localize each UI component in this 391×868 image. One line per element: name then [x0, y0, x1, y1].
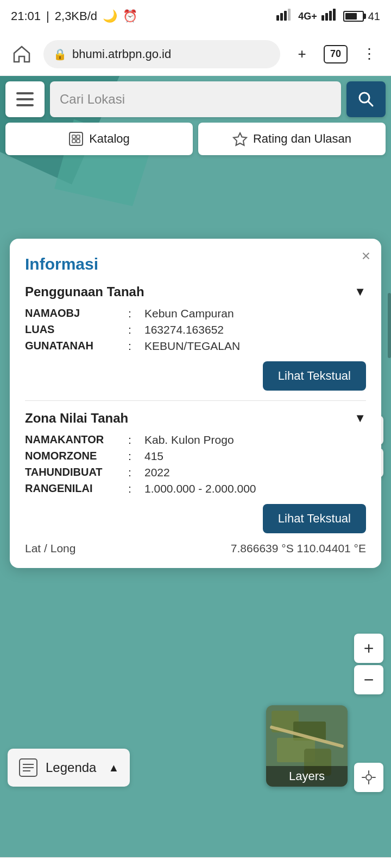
- gunatanah-row: GUNATANAH : KEBUN/TEGALAN: [25, 340, 366, 353]
- status-bar: 21:01 | 2,3KB/d 🌙 ⏰ 4G+ 41: [0, 0, 391, 33]
- chevron-down-icon-1: ▼: [354, 285, 366, 299]
- zona-nilai-tanah-header[interactable]: Zona Nilai Tanah ▼: [25, 411, 366, 426]
- section1-title: Penggunaan Tanah: [25, 284, 144, 299]
- close-button[interactable]: ×: [362, 247, 370, 265]
- svg-rect-16: [77, 135, 80, 138]
- svg-rect-8: [16, 92, 34, 94]
- rangenilai-colon: :: [128, 482, 144, 495]
- gunatanah-key: GUNATANAH: [25, 340, 128, 353]
- home-nav-button[interactable]: [174, 863, 217, 869]
- nomorzone-val: 415: [144, 450, 366, 463]
- tab-count: 70: [330, 48, 341, 60]
- chevron-down-icon-2: ▼: [354, 411, 366, 425]
- lock-icon: 🔒: [53, 48, 67, 61]
- recent-apps-button[interactable]: [304, 863, 348, 869]
- svg-rect-13: [70, 132, 83, 145]
- home-button[interactable]: [9, 41, 35, 67]
- lihat-tekstual-button-1[interactable]: Lihat Tekstual: [263, 361, 366, 391]
- luas-key: LUAS: [25, 323, 128, 336]
- svg-rect-0: [276, 15, 279, 21]
- rating-label: Rating dan Ulasan: [253, 132, 351, 146]
- signal2-icon: [321, 9, 339, 24]
- tahundibuat-colon: :: [128, 466, 144, 479]
- url-text: bhumi.atrbpn.go.id: [72, 47, 171, 61]
- namakantor-key: NAMAKANTOR: [25, 433, 128, 446]
- data-speed: |: [46, 9, 49, 23]
- gunatanah-val: KEBUN/TEGALAN: [144, 340, 366, 353]
- search-input-wrapper[interactable]: Cari Lokasi: [50, 81, 341, 117]
- battery-fill: [345, 13, 357, 20]
- map-container[interactable]: Cari Lokasi Katalog Rating dan Ula: [0, 76, 391, 857]
- svg-rect-6: [329, 11, 332, 21]
- more-options-button[interactable]: ⋮: [356, 41, 382, 67]
- nav-bar: [0, 857, 391, 868]
- svg-point-24: [366, 775, 371, 780]
- scroll-hint: [388, 293, 391, 358]
- alarm-icon: ⏰: [123, 9, 137, 23]
- svg-rect-1: [280, 13, 283, 21]
- rangenilai-key: RANGENILAI: [25, 482, 128, 495]
- svg-rect-14: [72, 135, 75, 138]
- more-icon: ⋮: [362, 46, 376, 62]
- signal-icon: [276, 9, 294, 24]
- svg-rect-2: [284, 11, 287, 21]
- svg-rect-3: [288, 9, 291, 21]
- legenda-chevron-up-icon: ▲: [108, 762, 119, 774]
- svg-rect-17: [77, 139, 80, 143]
- network-badge: 4G+: [298, 11, 317, 22]
- search-placeholder: Cari Lokasi: [60, 92, 125, 107]
- svg-rect-5: [325, 13, 328, 21]
- latlong-value: 7.866639 °S 110.04401 °E: [231, 542, 366, 555]
- tahundibuat-row: TAHUNDIBUAT : 2022: [25, 466, 366, 479]
- latlong-row: Lat / Long 7.866639 °S 110.04401 °E: [25, 542, 366, 555]
- search-overlay: Cari Lokasi: [5, 81, 386, 117]
- battery-level: 41: [368, 10, 380, 23]
- catalog-row: Katalog Rating dan Ulasan: [5, 123, 386, 155]
- svg-marker-18: [234, 133, 247, 145]
- lihat-tekstual-button-2[interactable]: Lihat Tekstual: [263, 504, 366, 533]
- zoom-controls: + −: [354, 634, 383, 694]
- status-bar-right: 4G+ 41: [276, 9, 380, 24]
- url-bar[interactable]: 🔒 bhumi.atrbpn.go.id: [43, 40, 280, 68]
- namaobj-row: NAMAOBJ : Kebun Campuran: [25, 307, 366, 320]
- search-button[interactable]: [346, 81, 386, 117]
- zoom-out-button[interactable]: −: [354, 665, 383, 694]
- luas-row: LUAS : 163274.163652: [25, 323, 366, 336]
- back-button[interactable]: [43, 863, 87, 869]
- svg-rect-15: [72, 139, 75, 143]
- layers-label: Layers: [266, 766, 348, 787]
- legenda-label: Legenda: [46, 760, 96, 775]
- luas-colon: :: [128, 323, 144, 336]
- gps-locate-button[interactable]: [354, 763, 383, 792]
- luas-val: 163274.163652: [144, 323, 366, 336]
- data-rate: 2,3KB/d: [55, 9, 97, 23]
- svg-rect-4: [321, 15, 324, 21]
- penggunaan-tanah-table: NAMAOBJ : Kebun Campuran LUAS : 163274.1…: [25, 307, 366, 353]
- rating-button[interactable]: Rating dan Ulasan: [198, 123, 386, 155]
- tahundibuat-val: 2022: [144, 466, 366, 479]
- svg-line-12: [368, 101, 373, 106]
- tab-count-button[interactable]: 70: [324, 45, 348, 63]
- browser-bar: 🔒 bhumi.atrbpn.go.id + 70 ⋮: [0, 33, 391, 76]
- menu-button[interactable]: [5, 81, 45, 117]
- gunatanah-colon: :: [128, 340, 144, 353]
- status-bar-left: 21:01 | 2,3KB/d 🌙 ⏰: [11, 9, 137, 23]
- katalog-button[interactable]: Katalog: [5, 123, 193, 155]
- moon-icon: 🌙: [103, 9, 117, 23]
- namaobj-colon: :: [128, 307, 144, 320]
- layers-thumbnail[interactable]: Layers: [266, 705, 348, 787]
- info-title: Informasi: [25, 255, 366, 273]
- section2-title: Zona Nilai Tanah: [25, 411, 128, 426]
- zoom-in-button[interactable]: +: [354, 634, 383, 663]
- svg-rect-10: [16, 104, 34, 106]
- katalog-label: Katalog: [89, 132, 130, 146]
- info-panel: × Informasi Penggunaan Tanah ▼ NAMAOBJ :…: [10, 239, 381, 568]
- legenda-button[interactable]: Legenda ▲: [8, 749, 130, 787]
- rangenilai-val: 1.000.000 - 2.000.000: [144, 482, 366, 495]
- penggunaan-tanah-header[interactable]: Penggunaan Tanah ▼: [25, 284, 366, 299]
- namaobj-val: Kebun Campuran: [144, 307, 366, 320]
- new-tab-button[interactable]: +: [289, 41, 315, 67]
- zona-nilai-tanah-table: NAMAKANTOR : Kab. Kulon Progo NOMORZONE …: [25, 433, 366, 495]
- namakantor-val: Kab. Kulon Progo: [144, 433, 366, 446]
- section-divider: [25, 400, 366, 401]
